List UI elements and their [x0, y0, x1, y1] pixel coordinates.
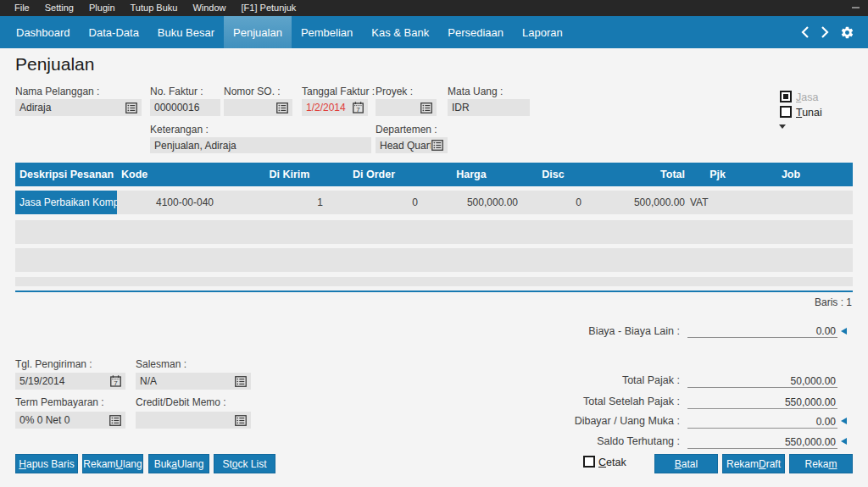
- cell-pjk[interactable]: VAT: [688, 196, 729, 208]
- tgl-pengiriman-input[interactable]: 5/19/2014 7: [15, 373, 125, 390]
- term-pembayaran-value: 0% 0 Net 0: [19, 414, 106, 426]
- departemen-input[interactable]: Head Quarte: [376, 137, 448, 153]
- empty-table-row[interactable]: [15, 277, 853, 286]
- col-di-kirim[interactable]: Di Kirim: [253, 169, 326, 180]
- chevron-left-icon[interactable]: [801, 25, 810, 39]
- biaya-lain-detail-arrow-icon[interactable]: [841, 328, 847, 335]
- lookup-icon[interactable]: [431, 140, 443, 151]
- no-faktur-label: No. Faktur :: [150, 86, 203, 97]
- minimize-icon[interactable]: [852, 7, 860, 8]
- tab-kas-bank[interactable]: Kas & Bank: [362, 16, 438, 48]
- lookup-icon[interactable]: [109, 415, 121, 426]
- tunai-checkbox-label: Tunai: [796, 107, 822, 119]
- no-faktur-value: 00000016: [154, 102, 216, 113]
- menu-file[interactable]: File: [7, 0, 37, 16]
- hapus-baris-button[interactable]: Hapus Baris: [15, 454, 78, 473]
- tunai-checkbox[interactable]: [780, 106, 792, 118]
- tab-laporan[interactable]: Laporan: [513, 16, 572, 48]
- tab-persediaan[interactable]: Persediaan: [438, 16, 513, 48]
- stock-list-button[interactable]: Stock List: [214, 454, 275, 473]
- lookup-icon[interactable]: [235, 376, 247, 387]
- mata-uang-label: Mata Uang :: [448, 86, 503, 97]
- page-title: Penjualan: [15, 54, 94, 75]
- tab-data-data[interactable]: Data-Data: [80, 16, 148, 48]
- keterangan-input[interactable]: Penjualan, Adiraja: [150, 137, 371, 153]
- keterangan-label: Keterangan :: [150, 124, 209, 136]
- term-pembayaran-input[interactable]: 0% 0 Net 0: [15, 412, 125, 429]
- lookup-icon[interactable]: [420, 102, 432, 113]
- svg-text:7: 7: [356, 106, 360, 113]
- cetak-checkbox[interactable]: [583, 456, 595, 468]
- cell-di-order[interactable]: 0: [326, 196, 421, 208]
- rekam-ulang-button[interactable]: Rekam Ulang: [82, 454, 143, 473]
- menu-plugin[interactable]: Plugin: [81, 0, 123, 16]
- rekam-draft-button[interactable]: Rekam Draft: [722, 454, 785, 473]
- tab-dashboard[interactable]: Dashboard: [7, 16, 80, 48]
- tgl-pengiriman-value: 5/19/2014: [19, 375, 107, 387]
- batal-button[interactable]: Batal: [654, 454, 718, 473]
- options-dropdown-icon[interactable]: [779, 125, 786, 129]
- dibayar-uang-muka-value[interactable]: 0.00: [687, 416, 837, 429]
- saldo-terhutang-value[interactable]: 550,000.00: [687, 436, 837, 449]
- cell-disc[interactable]: 0: [521, 196, 585, 208]
- lookup-icon[interactable]: [125, 102, 137, 113]
- col-kode[interactable]: Kode: [117, 169, 253, 180]
- menu-window[interactable]: Window: [185, 0, 233, 16]
- empty-table-row[interactable]: [15, 248, 853, 272]
- menu-setting[interactable]: Setting: [37, 0, 81, 16]
- calendar-icon[interactable]: 7: [110, 375, 121, 387]
- window-titlebar: File Setting Plugin Tutup Buku Window [F…: [0, 0, 868, 16]
- total-pajak-label: Total Pajak :: [622, 374, 680, 386]
- empty-table-row[interactable]: [15, 220, 853, 244]
- term-pembayaran-label: Term Pembayaran :: [15, 396, 104, 408]
- departemen-value: Head Quarte: [380, 140, 431, 152]
- credit-debit-memo-input[interactable]: [136, 412, 251, 429]
- keterangan-value: Penjualan, Adiraja: [154, 140, 367, 152]
- cell-harga[interactable]: 500,000.00: [421, 196, 521, 208]
- nomor-so-label: Nomor SO. :: [224, 86, 281, 97]
- nama-pelanggan-input[interactable]: Adiraja: [15, 99, 142, 116]
- tab-buku-besar[interactable]: Buku Besar: [148, 16, 224, 48]
- menu-petunjuk[interactable]: [F1] Petunjuk: [234, 0, 304, 16]
- proyek-label: Proyek :: [376, 86, 413, 97]
- jasa-checkbox[interactable]: [780, 91, 792, 102]
- calendar-icon[interactable]: 7: [353, 102, 364, 113]
- tanggal-faktur-input[interactable]: 1/2/2014 7: [302, 99, 368, 116]
- biaya-lain-label: Biaya - Biaya Lain :: [588, 325, 680, 337]
- lookup-icon[interactable]: [235, 415, 247, 426]
- rekam-button[interactable]: Rekam: [789, 454, 853, 473]
- cell-total[interactable]: 500,000.00: [585, 196, 688, 208]
- col-total[interactable]: Total: [585, 169, 688, 180]
- biaya-lain-value[interactable]: 0.00: [687, 325, 837, 338]
- saldo-terhutang-label: Saldo Terhutang :: [597, 435, 680, 447]
- cell-di-kirim[interactable]: 1: [253, 196, 326, 208]
- chevron-right-icon[interactable]: [821, 25, 829, 39]
- main-navbar: Dashboard Data-Data Buku Besar Penjualan…: [0, 16, 868, 48]
- buka-ulang-button[interactable]: Buka Ulang: [148, 454, 209, 473]
- total-setelah-pajak-value: 550,000.00: [687, 396, 837, 409]
- salesman-input[interactable]: N/A: [136, 373, 251, 390]
- dibayar-detail-arrow-icon[interactable]: [841, 418, 847, 424]
- table-footer-divider: [15, 291, 853, 292]
- nomor-so-input[interactable]: [224, 99, 292, 116]
- saldo-detail-arrow-icon[interactable]: [841, 438, 847, 445]
- cell-kode[interactable]: 4100-00-040: [117, 196, 253, 208]
- col-harga[interactable]: Harga: [421, 169, 521, 180]
- col-job[interactable]: Job: [729, 169, 853, 180]
- salesman-value: N/A: [140, 375, 231, 387]
- col-deskripsi-pesanan[interactable]: Deskripsi Pesanan: [15, 169, 117, 180]
- tab-penjualan[interactable]: Penjualan: [224, 16, 292, 48]
- cell-deskripsi[interactable]: Jasa Perbaikan Komputer: [15, 191, 117, 214]
- mata-uang-input[interactable]: IDR: [448, 99, 530, 116]
- col-di-order[interactable]: Di Order: [326, 169, 421, 180]
- no-faktur-input[interactable]: 00000016: [150, 99, 220, 116]
- menu-tutup-buku[interactable]: Tutup Buku: [123, 0, 186, 16]
- nama-pelanggan-label: Nama Pelanggan :: [15, 86, 99, 97]
- table-row[interactable]: Jasa Perbaikan Komputer 4100-00-040 1 0 …: [15, 191, 853, 214]
- col-disc[interactable]: Disc: [521, 169, 585, 180]
- tab-pembelian[interactable]: Pembelian: [292, 16, 362, 48]
- col-pjk[interactable]: Pjk: [688, 169, 729, 180]
- proyek-input[interactable]: [376, 99, 437, 116]
- gear-icon[interactable]: [840, 25, 854, 40]
- lookup-icon[interactable]: [276, 102, 288, 113]
